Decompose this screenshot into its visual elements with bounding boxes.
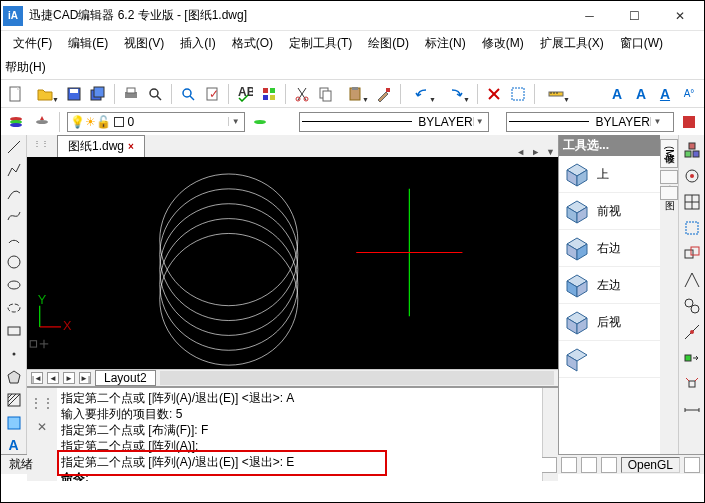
tab-close-icon[interactable]: × (128, 141, 134, 152)
layer-tool-1[interactable] (5, 111, 27, 133)
ellipse-arc-tool[interactable] (4, 299, 24, 316)
vtab-query[interactable]: 查询 (660, 170, 678, 184)
minimize-button[interactable]: ─ (567, 2, 612, 30)
find-button[interactable] (177, 83, 199, 105)
arc-tool[interactable] (4, 185, 24, 202)
measure-button[interactable]: ▼ (540, 83, 572, 105)
text-a2[interactable]: A (630, 83, 652, 105)
circle-tool[interactable] (4, 254, 24, 271)
preview-button[interactable] (144, 83, 166, 105)
snap-tool-1[interactable] (683, 141, 701, 159)
close-button[interactable]: ✕ (657, 2, 702, 30)
delete-button[interactable] (483, 83, 505, 105)
layout-tab[interactable]: Layout2 (95, 370, 156, 386)
linetype-combo[interactable]: BYLAYER ▼ (299, 112, 489, 132)
vtab-modify[interactable]: 修改(M) (660, 139, 678, 168)
status-btn-7[interactable] (601, 457, 617, 473)
rect-tool[interactable] (4, 322, 24, 339)
text-a1[interactable]: A (606, 83, 628, 105)
view-item-right[interactable]: 右边 (559, 230, 660, 267)
save-button[interactable] (63, 83, 85, 105)
lineweight-label: BYLAYER (595, 115, 649, 129)
status-btn-5[interactable] (561, 457, 577, 473)
snap-tool-10[interactable] (683, 375, 701, 393)
print-button[interactable] (120, 83, 142, 105)
copy-button[interactable] (315, 83, 337, 105)
audit-button[interactable]: ✓ (201, 83, 223, 105)
panel-title-bar[interactable]: 工具选... (559, 135, 660, 156)
color-tool[interactable] (678, 111, 700, 133)
snap-tool-4[interactable] (683, 219, 701, 237)
spline-tool[interactable] (4, 208, 24, 225)
pline-tool[interactable] (4, 162, 24, 179)
snap-tool-7[interactable] (683, 297, 701, 315)
menu-window[interactable]: 窗口(W) (612, 33, 671, 54)
text-a4[interactable]: A° (678, 83, 700, 105)
cut-button[interactable] (291, 83, 313, 105)
snap-tool-5[interactable] (683, 245, 701, 263)
doc-tab[interactable]: 图纸1.dwg × (57, 135, 145, 157)
matchprop-button[interactable] (373, 83, 395, 105)
view-item-back[interactable]: 后视 (559, 304, 660, 341)
design-button[interactable] (258, 83, 280, 105)
command-log[interactable]: 指定第二个点或 [阵列(A)/退出(E)] <退出>: A 输入要排列的项目数:… (57, 388, 542, 481)
tab-handle[interactable]: ⋮⋮ (33, 139, 49, 148)
menu-insert[interactable]: 插入(I) (172, 33, 223, 54)
menu-help[interactable]: 帮助(H) (5, 59, 46, 76)
menu-view[interactable]: 视图(V) (116, 33, 172, 54)
maximize-button[interactable]: ☐ (612, 2, 657, 30)
open-button[interactable]: ▼ (29, 83, 61, 105)
menu-draw[interactable]: 绘图(D) (360, 33, 417, 54)
status-btn-6[interactable] (581, 457, 597, 473)
layer-tool-2[interactable] (31, 111, 53, 133)
view-item-more[interactable] (559, 341, 660, 378)
paste-button[interactable]: ▼ (339, 83, 371, 105)
layout-prev[interactable]: ◄ (47, 372, 59, 384)
status-btn-4[interactable] (541, 457, 557, 473)
tab-nav-menu[interactable]: ▼ (543, 147, 558, 157)
menu-modify[interactable]: 修改(M) (474, 33, 532, 54)
undo-button[interactable]: ▼ (406, 83, 438, 105)
layout-last[interactable]: ►| (79, 372, 91, 384)
redo-button[interactable]: ▼ (440, 83, 472, 105)
layer-combo[interactable]: 💡 ☀ 🔓 0 ▼ (67, 112, 245, 132)
polygon-tool[interactable] (4, 368, 24, 385)
drawing-canvas[interactable]: Y X (27, 157, 558, 369)
point-tool[interactable] (4, 345, 24, 362)
menu-dim[interactable]: 标注(N) (417, 33, 474, 54)
view-item-front[interactable]: 前视 (559, 193, 660, 230)
layout-first[interactable]: |◄ (31, 372, 43, 384)
menu-ext[interactable]: 扩展工具(X) (532, 33, 612, 54)
menu-edit[interactable]: 编辑(E) (60, 33, 116, 54)
line-tool[interactable] (4, 139, 24, 156)
snap-tool-11[interactable] (683, 401, 701, 419)
snap-tool-3[interactable] (683, 193, 701, 211)
ellipse-tool[interactable] (4, 277, 24, 294)
tab-nav-right[interactable]: ► (528, 147, 543, 157)
menu-tools[interactable]: 定制工具(T) (281, 33, 360, 54)
layout-next[interactable]: ► (63, 372, 75, 384)
menu-format[interactable]: 格式(O) (224, 33, 281, 54)
saveall-button[interactable] (87, 83, 109, 105)
arc2-tool[interactable] (4, 231, 24, 248)
snap-tool-6[interactable] (683, 271, 701, 289)
cmd-close-icon[interactable]: ✕ (37, 420, 47, 434)
status-btn-8[interactable] (684, 457, 700, 473)
layer-prev[interactable] (249, 111, 271, 133)
snap-tool-8[interactable] (683, 323, 701, 341)
lineweight-combo[interactable]: BYLAYER ▼ (506, 112, 674, 132)
hatch-tool[interactable] (4, 391, 24, 408)
menu-file[interactable]: 文件(F) (5, 33, 60, 54)
vtab-layer[interactable]: 图 (660, 186, 678, 200)
new-button[interactable] (5, 83, 27, 105)
text-a3[interactable]: A (654, 83, 676, 105)
snap-tool-2[interactable] (683, 167, 701, 185)
snap-tool-9[interactable] (683, 349, 701, 367)
select-button[interactable] (507, 83, 529, 105)
region-tool[interactable] (4, 414, 24, 431)
tab-nav-left[interactable]: ◄ (513, 147, 528, 157)
spell-button[interactable]: ABC (234, 83, 256, 105)
view-item-left[interactable]: 左边 (559, 267, 660, 304)
text-tool[interactable]: A (4, 437, 24, 454)
view-item-top[interactable]: 上 (559, 156, 660, 193)
